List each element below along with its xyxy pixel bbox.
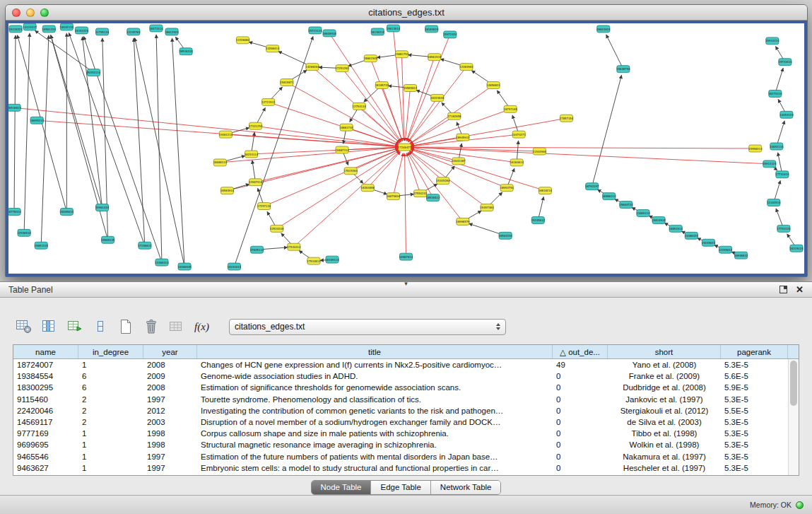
table-cell[interactable]: Dudbridge et al. (2008) xyxy=(608,383,721,392)
edge[interactable] xyxy=(277,151,399,229)
node[interactable]: 20516314 xyxy=(179,48,193,55)
node[interactable]: 15497364 xyxy=(480,204,494,211)
table-cell[interactable]: 1 xyxy=(78,452,143,461)
table-cell[interactable]: 0 xyxy=(553,440,608,449)
node[interactable]: 11795124 xyxy=(95,28,110,35)
table-cell[interactable]: 18300295 xyxy=(13,383,78,392)
delete-table-icon[interactable] xyxy=(141,317,160,336)
node[interactable]: 19051315 xyxy=(35,242,49,249)
node[interactable]: 17025114 xyxy=(250,246,264,253)
node[interactable]: 18185743 xyxy=(375,82,389,89)
node[interactable]: 14268204 xyxy=(305,64,319,71)
node[interactable]: 17731014 xyxy=(775,171,789,178)
table-cell[interactable]: 5.5E-5 xyxy=(721,407,788,415)
node[interactable]: 16948612 xyxy=(734,252,748,259)
edge[interactable] xyxy=(69,33,144,245)
table-cell[interactable]: 49 xyxy=(553,361,608,369)
table-cell[interactable]: Wolkin et al. (1998) xyxy=(608,440,721,449)
node[interactable]: 19613014 xyxy=(387,25,401,32)
node[interactable]: 13306414 xyxy=(155,259,169,266)
edge[interactable] xyxy=(411,147,755,148)
table-cell[interactable]: 0 xyxy=(553,383,608,392)
float-panel-icon[interactable] xyxy=(779,286,787,293)
table-cell[interactable]: 9115460 xyxy=(13,395,78,404)
node[interactable]: 15914314 xyxy=(765,37,779,45)
edge[interactable] xyxy=(367,152,400,188)
node[interactable]: 16051914 xyxy=(669,225,683,232)
node[interactable]: 16095214 xyxy=(30,117,45,124)
node[interactable]: 15913124 xyxy=(763,160,777,168)
node[interactable]: 18204098 xyxy=(361,185,375,192)
table-cell[interactable]: 0 xyxy=(553,464,608,472)
node[interactable]: 20516013 xyxy=(8,104,21,111)
node[interactable]: 10967014 xyxy=(399,253,413,260)
node[interactable]: 16881744 xyxy=(339,124,353,131)
table-cell[interactable]: 5.3E-5 xyxy=(721,429,788,438)
node[interactable]: 12930914 xyxy=(17,229,31,236)
create-column-icon[interactable] xyxy=(65,317,84,336)
table-row[interactable]: 1938455462009Genome-wide association stu… xyxy=(13,370,799,382)
table-cell[interactable]: 2009 xyxy=(143,372,197,380)
node[interactable]: 14453124 xyxy=(779,111,794,118)
table-cell[interactable]: Estimation of the future numbers of pati… xyxy=(197,452,553,461)
node[interactable]: 14850831 xyxy=(486,82,500,89)
edge[interactable] xyxy=(264,150,399,206)
table-vertical-scrollbar[interactable] xyxy=(788,359,799,475)
edge[interactable] xyxy=(411,149,507,187)
table-cell[interactable]: Jankovic et al. (1997) xyxy=(608,395,721,404)
edge[interactable] xyxy=(82,37,102,208)
table-cell[interactable]: 2012 xyxy=(143,407,197,415)
table-row[interactable]: 946554611997Estimation of the future num… xyxy=(13,451,799,462)
node[interactable]: 14653114 xyxy=(770,143,784,150)
node[interactable]: 12754134 xyxy=(353,103,367,110)
network-view-window[interactable]: citations_edges.txt 17240477181857431956… xyxy=(5,4,808,277)
table-cell[interactable]: 1997 xyxy=(143,464,197,472)
table-cell[interactable]: 0 xyxy=(553,418,608,426)
node[interactable]: 12721512 xyxy=(261,98,276,105)
function-builder-icon[interactable]: f(x) xyxy=(192,317,211,336)
node[interactable]: 18088314 xyxy=(213,159,228,166)
node[interactable]: 16079094 xyxy=(387,193,401,200)
node[interactable]: 12103514 xyxy=(767,199,781,206)
node[interactable]: 16986114 xyxy=(602,193,616,200)
node[interactable]: 14460324 xyxy=(685,232,699,239)
node[interactable]: 17251263 xyxy=(335,65,349,72)
node[interactable]: 15958314 xyxy=(748,145,763,152)
edge[interactable] xyxy=(411,118,566,146)
table-cell[interactable]: 6 xyxy=(78,372,143,380)
node[interactable]: 19887314 xyxy=(335,146,349,153)
edge[interactable] xyxy=(411,149,545,191)
table-row[interactable]: 911546021997Tourette syndrome. Phenomeno… xyxy=(13,394,799,405)
node[interactable]: 15901424 xyxy=(95,204,110,211)
node[interactable]: 10996579 xyxy=(456,218,470,225)
node[interactable]: 17150614 xyxy=(138,242,152,249)
table-cell[interactable]: 6 xyxy=(78,383,143,392)
node[interactable]: 19361214 xyxy=(219,131,233,138)
node[interactable]: 13245784 xyxy=(126,28,141,35)
node[interactable]: 18183024 xyxy=(425,25,439,33)
node[interactable]: 17857154 xyxy=(560,115,574,122)
table-cell[interactable]: 2 xyxy=(78,407,143,415)
tab-node-table[interactable]: Node Table xyxy=(312,481,372,494)
node[interactable]: 17162658 xyxy=(447,112,461,119)
table-cell[interactable]: Corpus callosum shape and size in male p… xyxy=(197,429,553,438)
edge[interactable] xyxy=(777,121,784,146)
table-cell[interactable]: Disruption of a novel member of a sodium… xyxy=(197,418,553,426)
node[interactable]: 18012924 xyxy=(165,28,179,35)
node[interactable]: 16164614 xyxy=(510,159,524,166)
node[interactable]: 16191014 xyxy=(228,263,242,270)
edge[interactable] xyxy=(135,38,184,267)
node[interactable]: 16584914 xyxy=(220,187,235,194)
table-cell[interactable]: 2 xyxy=(78,418,143,426)
delete-column-icon[interactable] xyxy=(90,317,110,336)
table-cell[interactable]: 2003 xyxy=(143,418,197,426)
edge[interactable] xyxy=(606,35,623,69)
node[interactable]: 19648794 xyxy=(616,66,630,73)
table-cell[interactable]: 9463627 xyxy=(13,464,78,472)
table-cell[interactable]: 22420046 xyxy=(13,407,78,415)
node[interactable]: 20353114 xyxy=(87,69,101,76)
column-header-in_degree[interactable]: in_degree xyxy=(78,345,143,358)
table-mode-icon[interactable] xyxy=(14,317,33,336)
node[interactable]: 16504334 xyxy=(498,232,512,239)
table-cell[interactable]: 9777169 xyxy=(13,429,78,438)
